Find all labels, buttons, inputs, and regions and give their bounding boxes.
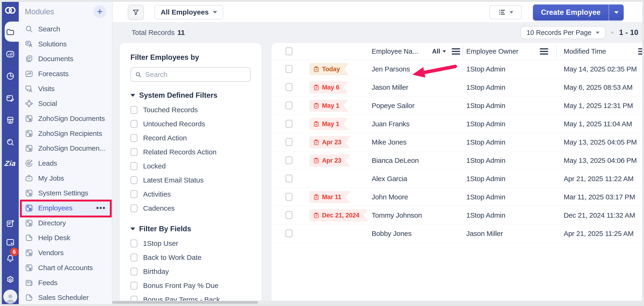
sidebar-item-social[interactable]: Social xyxy=(19,96,112,111)
sidebar-item-directory[interactable]: Directory xyxy=(19,216,112,230)
item-overflow-menu[interactable]: ••• xyxy=(96,204,106,212)
sidebar-item-forecasts[interactable]: Forecasts xyxy=(19,66,112,81)
filter-checkbox[interactable] xyxy=(130,148,138,156)
filter-checkbox[interactable] xyxy=(130,267,138,275)
modified-time: May 13, 2025 04:06 PM xyxy=(564,151,637,170)
rail-store-icon[interactable] xyxy=(2,113,19,127)
row-checkbox[interactable] xyxy=(286,193,292,201)
sidebar-item-solutions[interactable]: Solutions xyxy=(19,37,112,52)
rail-analytics-icon[interactable] xyxy=(2,47,19,61)
table-row[interactable]: May 1Juan Franks1Stop AdminMay 1, 2025 1… xyxy=(272,115,642,133)
filter-search-input[interactable] xyxy=(145,70,246,79)
sidebar-item-visits[interactable]: Visits xyxy=(19,81,112,96)
filter-checkbox[interactable] xyxy=(130,204,138,212)
employee-owner: 1Stop Admin xyxy=(466,115,505,133)
column-header-employee-name[interactable]: Employee Na... xyxy=(372,43,418,60)
employee-name[interactable]: Mike Jones xyxy=(372,133,406,151)
rail-zoom-search-icon[interactable] xyxy=(2,135,19,149)
column-header-modified-time[interactable]: Modified Time xyxy=(564,43,606,60)
employee-name[interactable]: Bobby Jones xyxy=(372,224,412,243)
filter-checkbox[interactable] xyxy=(130,176,138,184)
rail-calendar-icon[interactable] xyxy=(2,235,19,249)
row-checkbox[interactable] xyxy=(286,83,292,91)
filter-section-header[interactable]: System Defined Filters xyxy=(130,91,251,100)
row-checkbox[interactable] xyxy=(286,229,292,237)
view-selector-dropdown[interactable]: All Employees xyxy=(154,5,223,20)
sidebar-item-leads[interactable]: Leads xyxy=(19,156,112,171)
row-checkbox[interactable] xyxy=(286,211,292,219)
column-menu-icon[interactable] xyxy=(540,48,548,55)
rail-calendar-edit-icon[interactable] xyxy=(2,91,19,105)
filter-checkbox[interactable] xyxy=(130,190,138,198)
rail-bell-icon[interactable]: 6 xyxy=(2,252,19,266)
table-row[interactable]: Apr 23Mike Jones1Stop AdminMay 13, 2025 … xyxy=(272,133,642,151)
employee-name[interactable]: Jason Miller xyxy=(372,78,408,97)
column-menu-icon[interactable] xyxy=(638,48,642,55)
column-header-employee-owner[interactable]: Employee Owner xyxy=(466,43,518,60)
filter-checkbox[interactable] xyxy=(130,239,138,247)
filter-section-header[interactable]: Filter By Fields xyxy=(130,225,251,233)
table-row[interactable]: May 1Popeye Sailor1Stop AdminMay 1, 2025… xyxy=(272,97,642,115)
employee-name[interactable]: Alex Garcia xyxy=(372,170,407,188)
row-checkbox[interactable] xyxy=(286,138,292,146)
records-bar: Total Records 11 10 Records Per Page 1 -… xyxy=(113,23,642,43)
sidebar-item-label: Help Desk xyxy=(38,234,70,242)
name-filter-dropdown[interactable]: All xyxy=(432,43,446,60)
sidebar-item-sales-scheduler[interactable]: Sales Scheduler xyxy=(19,290,112,304)
sidebar-item-vendors[interactable]: Vendors xyxy=(19,245,112,260)
sidebar-item-feeds[interactable]: Feeds xyxy=(19,275,112,290)
employee-name[interactable]: Popeye Sailor xyxy=(372,97,414,115)
sidebar-item-my-jobs[interactable]: My Jobs xyxy=(19,171,112,186)
employee-name[interactable]: Juan Franks xyxy=(372,115,410,133)
create-employee-button[interactable]: Create Employee xyxy=(533,5,609,20)
employee-name[interactable]: John Moore xyxy=(372,188,408,206)
row-checkbox[interactable] xyxy=(286,120,292,128)
chevron-down-icon xyxy=(442,50,446,53)
filter-checkbox[interactable] xyxy=(130,282,138,289)
list-view-dropdown[interactable] xyxy=(490,5,522,19)
add-module-button[interactable]: + xyxy=(93,5,106,18)
employee-name[interactable]: Bianca DeLeon xyxy=(372,151,419,170)
table-row[interactable]: May 6Jason Miller1Stop AdminMay 6, 2025 … xyxy=(272,78,642,97)
rail-user-avatar[interactable] xyxy=(2,289,19,304)
rail-note-add-icon[interactable] xyxy=(2,216,19,230)
rail-pie-chart-icon[interactable] xyxy=(2,69,19,83)
filter-checkbox[interactable] xyxy=(130,106,138,114)
filter-checkbox[interactable] xyxy=(130,134,138,142)
rail-folder-icon[interactable] xyxy=(2,25,19,39)
create-employee-menu-button[interactable] xyxy=(609,5,624,20)
employee-name[interactable]: Jen Parsons xyxy=(372,60,410,78)
sidebar-item-zohosign-documents[interactable]: ZohoSign Documents xyxy=(19,111,112,126)
table-row[interactable]: Apr 23Bianca DeLeon1Stop AdminMay 13, 20… xyxy=(272,151,642,170)
filter-checkbox[interactable] xyxy=(130,253,138,261)
sidebar-item-employees[interactable]: Employees••• xyxy=(19,201,112,216)
employee-name[interactable]: Tommy Johnson xyxy=(372,206,422,224)
sidebar-item-zohosign-documen[interactable]: ZohoSign Documen... xyxy=(19,141,112,156)
filter-checkbox[interactable] xyxy=(130,120,138,128)
filter-checkbox[interactable] xyxy=(130,162,138,170)
table-row[interactable]: TodayJen Parsons1Stop AdminMay 14, 2025 … xyxy=(272,60,642,78)
row-checkbox[interactable] xyxy=(286,175,292,182)
sidebar-item-zohosign-recipients[interactable]: ZohoSign Recipients xyxy=(19,126,112,141)
select-all-checkbox[interactable] xyxy=(286,47,292,55)
filter-funnel-button[interactable] xyxy=(128,5,144,20)
rail-settings-gear-icon[interactable] xyxy=(2,273,19,287)
sidebar-item-documents[interactable]: Documents xyxy=(19,51,112,66)
modified-time: May 13, 2025 04:05 PM xyxy=(564,133,637,151)
table-row[interactable]: Alex Garcia1Stop AdminApr 21, 2025 11:22… xyxy=(272,170,642,188)
row-checkbox[interactable] xyxy=(286,101,292,109)
zoho-crm-logo-icon[interactable] xyxy=(2,2,19,19)
sidebar-item-system-settings[interactable]: System Settings xyxy=(19,186,112,201)
pagination-prev-dot[interactable] xyxy=(611,31,614,34)
rail-zia-icon[interactable]: Zia xyxy=(2,157,19,171)
table-row[interactable]: Bobby JonesJason MillerApr 21, 2025 11:2… xyxy=(272,224,642,243)
row-checkbox[interactable] xyxy=(286,156,292,164)
table-row[interactable]: Dec 21, 2024Tommy Johnson1Stop AdminDec … xyxy=(272,206,642,224)
sidebar-item-chart-of-accounts[interactable]: Chart of Accounts xyxy=(19,260,112,275)
row-checkbox[interactable] xyxy=(286,65,292,73)
records-per-page-dropdown[interactable]: 10 Records Per Page xyxy=(520,26,605,39)
table-row[interactable]: Mar 11John Moore1Stop AdminMar 11, 2025 … xyxy=(272,188,642,206)
sidebar-item-help-desk[interactable]: Help Desk xyxy=(19,230,112,245)
sidebar-item-search[interactable]: Search xyxy=(19,22,112,37)
column-menu-icon[interactable] xyxy=(452,48,460,55)
